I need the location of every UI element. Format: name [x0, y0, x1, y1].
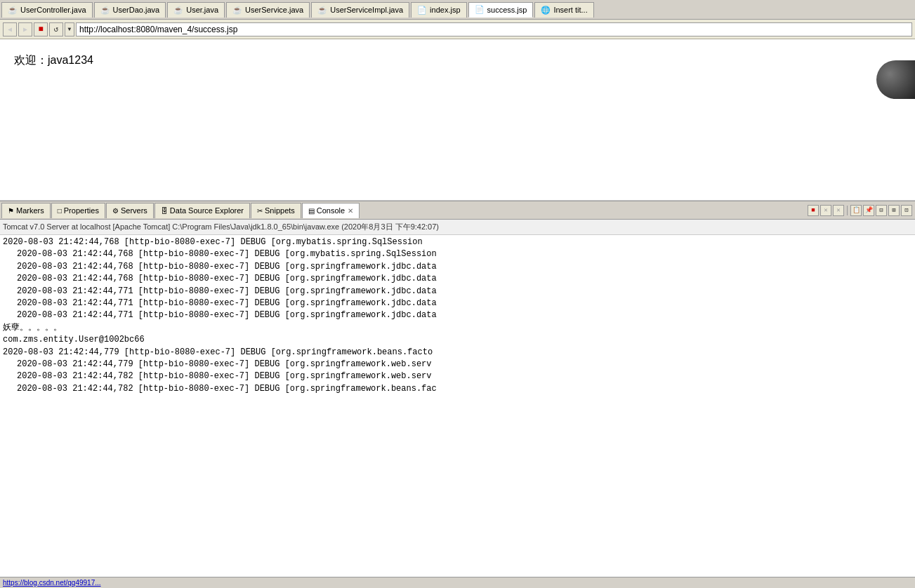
java-icon-5: ☕	[317, 6, 327, 15]
status-link[interactable]: https://blog.csdn.net/qq49917...	[3, 579, 101, 587]
nav-dropdown[interactable]: ▼	[65, 22, 74, 36]
console-line: 2020-08-03 21:42:44,782 [http-bio-8080-e…	[3, 383, 912, 395]
jsp-icon-2: 📄	[475, 5, 485, 14]
markers-icon: ⚑	[8, 207, 14, 215]
status-bar: https://blog.csdn.net/qq49917...	[0, 577, 915, 588]
separator-1	[847, 206, 848, 215]
stop-button[interactable]: ■	[34, 22, 48, 36]
console-line: 2020-08-03 21:42:44,779 [http-bio-8080-e…	[3, 359, 912, 370]
panel-tab-console[interactable]: ▤ Console ✕	[302, 203, 360, 218]
forward-button[interactable]: ▶	[18, 22, 32, 36]
panel-tab-bar: ⚑ Markers □ Properties ⚙ Servers 🗄 Data …	[0, 201, 915, 220]
tab-indexjsp[interactable]: 📄 index.jsp	[411, 2, 466, 18]
jsp-icon: 📄	[417, 6, 427, 15]
browser-toolbar: ◀ ▶ ■ ↺ ▼	[0, 20, 915, 39]
panel-tab-properties[interactable]: □ Properties	[51, 203, 105, 218]
console-line: 2020-08-03 21:42:44,779 [http-bio-8080-e…	[3, 347, 912, 359]
console-line: 2020-08-03 21:42:44,782 [http-bio-8080-e…	[3, 370, 912, 382]
tab-userservice[interactable]: ☕ UserService.java	[226, 2, 310, 18]
pin-button[interactable]: 📌	[863, 205, 874, 216]
java-icon: ☕	[8, 6, 18, 15]
console-server-info: Tomcat v7.0 Server at localhost [Apache …	[3, 222, 439, 232]
restore-button[interactable]: ⊡	[901, 205, 912, 216]
properties-icon: □	[58, 207, 62, 215]
console-close-button[interactable]: ✕	[348, 207, 353, 215]
console-line: com.zms.entity.User@1002bc66	[3, 334, 912, 346]
tab-usercontroller[interactable]: ☕ UserController.java	[1, 2, 93, 18]
console-line: 2020-08-03 21:42:44,768 [http-bio-8080-e…	[3, 248, 912, 260]
console-header-bar: Tomcat v7.0 Server at localhost [Apache …	[0, 220, 915, 235]
servers-icon: ⚙	[112, 207, 119, 215]
datasource-icon: 🗄	[161, 207, 168, 215]
console-line: 2020-08-03 21:42:44,771 [http-bio-8080-e…	[3, 298, 912, 309]
snippets-icon: ✂	[257, 207, 263, 215]
copy-button[interactable]: 📋	[850, 205, 862, 216]
web-icon: 🌐	[541, 6, 551, 15]
tab-bar: ☕ UserController.java ☕ UserDao.java ☕ U…	[0, 0, 915, 20]
maximize-button[interactable]: ⊞	[888, 205, 900, 216]
console-icon: ▤	[308, 207, 315, 215]
console-line: 2020-08-03 21:42:44,768 [http-bio-8080-e…	[3, 236, 912, 248]
avatar	[876, 60, 915, 99]
stop-console-button[interactable]: ■	[808, 205, 819, 216]
tab-user[interactable]: ☕ User.java	[167, 2, 225, 18]
console-line: 2020-08-03 21:42:44,768 [http-bio-8080-e…	[3, 273, 912, 285]
java-icon-4: ☕	[232, 6, 242, 15]
remove-button[interactable]: ✕	[833, 205, 844, 216]
tab-userdao[interactable]: ☕ UserDao.java	[94, 2, 166, 18]
welcome-text: 欢迎：java1234	[14, 54, 93, 66]
main-container: ☕ UserController.java ☕ UserDao.java ☕ U…	[0, 0, 915, 588]
console-line: 2020-08-03 21:42:44,771 [http-bio-8080-e…	[3, 309, 912, 321]
back-button[interactable]: ◀	[3, 22, 17, 36]
console-line: 2020-08-03 21:42:44,771 [http-bio-8080-e…	[3, 286, 912, 298]
panel-tab-servers[interactable]: ⚙ Servers	[106, 203, 154, 218]
tab-inserttitle[interactable]: 🌐 Insert tit...	[534, 2, 593, 18]
console-output[interactable]: 2020-08-03 21:42:44,768 [http-bio-8080-e…	[0, 235, 915, 577]
tab-successjsp[interactable]: 📄 success.jsp	[468, 2, 534, 18]
browser-content: 欢迎：java1234	[0, 39, 915, 201]
console-line: 2020-08-03 21:42:44,768 [http-bio-8080-e…	[3, 261, 912, 273]
bottom-panel: ⚑ Markers □ Properties ⚙ Servers 🗄 Data …	[0, 201, 915, 577]
refresh-button[interactable]: ↺	[49, 22, 63, 36]
java-icon-2: ☕	[100, 6, 110, 15]
address-bar[interactable]	[76, 22, 912, 36]
terminate-button[interactable]: ✕	[820, 205, 831, 216]
panel-tab-datasource[interactable]: 🗄 Data Source Explorer	[154, 203, 250, 218]
minimize-button[interactable]: ⊟	[876, 205, 887, 216]
java-icon-3: ☕	[173, 6, 183, 15]
console-line: 妖孽。。。。。	[3, 322, 912, 334]
panel-tab-markers[interactable]: ⚑ Markers	[1, 203, 51, 218]
tab-userserviceimpl[interactable]: ☕ UserServiceImpl.java	[311, 2, 409, 18]
browser-section: ◀ ▶ ■ ↺ ▼ 欢迎：java1234	[0, 20, 915, 201]
panel-tab-snippets[interactable]: ✂ Snippets	[251, 203, 301, 218]
